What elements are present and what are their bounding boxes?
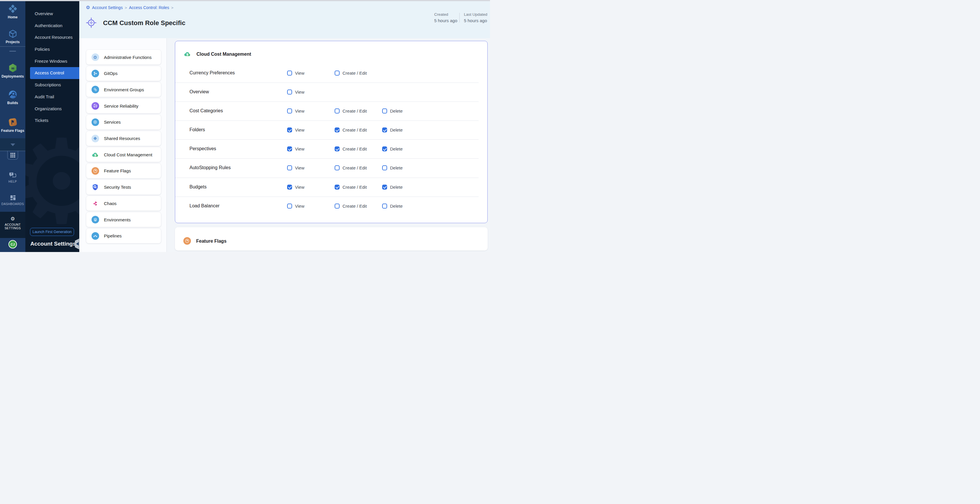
create_edit-checkbox[interactable] <box>335 128 340 132</box>
sidebar-menu: OverviewAuthenticationAccount ResourcesP… <box>25 8 79 127</box>
resource-category-panel: ⚙Administrative FunctionsGitOpsEnvironme… <box>79 38 167 252</box>
view-checkbox[interactable] <box>287 147 292 152</box>
create_edit-checkbox-label[interactable]: Create / Edit <box>342 128 367 132</box>
last-updated-meta: Last Updated 5 hours ago <box>464 11 487 24</box>
category-card-environments[interactable]: Environments <box>86 212 161 227</box>
permission-resource-name: Cost Categories <box>189 108 223 113</box>
view-checkbox[interactable] <box>287 185 292 190</box>
services-icon <box>92 118 99 126</box>
category-card-services[interactable]: Services <box>86 115 161 129</box>
view-checkbox[interactable] <box>287 204 292 209</box>
permission-cell-create_edit: Create / Edit <box>335 204 367 209</box>
rail-item-home[interactable]: Home <box>0 3 25 19</box>
delete-checkbox[interactable] <box>382 185 387 190</box>
sidebar-item-organizations[interactable]: Organizations <box>25 103 79 115</box>
category-card-environment-groups[interactable]: Environment Groups <box>86 82 161 97</box>
create_edit-checkbox[interactable] <box>335 185 340 190</box>
breadcrumb-separator: > <box>171 6 173 10</box>
view-checkbox-label[interactable]: View <box>295 108 304 113</box>
delete-checkbox-label[interactable]: Delete <box>390 185 402 190</box>
module-rail: Home Projects ∞ Deployments Builds Featu… <box>0 1 25 252</box>
view-checkbox-label[interactable]: View <box>295 70 304 75</box>
rail-item-builds[interactable]: Builds <box>0 89 25 105</box>
sidebar-item-tickets[interactable]: Tickets <box>25 115 79 127</box>
create_edit-checkbox-label[interactable]: Create / Edit <box>342 204 367 209</box>
permission-cell-create_edit: Create / Edit <box>335 128 367 132</box>
rail-item-feature-flags[interactable]: Feature Flags <box>0 117 25 133</box>
breadcrumb-gear-icon: ⚙ <box>86 5 90 10</box>
delete-checkbox-label[interactable]: Delete <box>390 108 402 113</box>
view-checkbox-label[interactable]: View <box>295 204 304 209</box>
view-checkbox-label[interactable]: View <box>295 147 304 152</box>
delete-checkbox-label[interactable]: Delete <box>390 128 402 132</box>
create_edit-checkbox[interactable] <box>335 147 340 152</box>
create_edit-checkbox[interactable] <box>335 204 340 209</box>
delete-checkbox[interactable] <box>382 108 387 113</box>
delete-checkbox[interactable] <box>382 147 387 152</box>
rail-item-projects[interactable]: Projects <box>0 29 25 44</box>
create_edit-checkbox-label[interactable]: Create / Edit <box>342 185 367 190</box>
permission-cell-delete: Delete <box>382 204 402 209</box>
category-card-gitops[interactable]: GitOps <box>86 66 161 81</box>
delete-checkbox[interactable] <box>382 204 387 209</box>
rail-item-help[interactable]: ? HELP <box>0 172 25 183</box>
created-meta: Created 5 hours ago <box>434 11 457 24</box>
view-checkbox-label[interactable]: View <box>295 165 304 170</box>
delete-checkbox[interactable] <box>382 165 387 170</box>
category-label: Environments <box>104 217 131 222</box>
category-card-shared-resources[interactable]: Shared Resources <box>86 131 161 146</box>
breadcrumb-account-settings[interactable]: Account Settings <box>92 5 123 10</box>
delete-checkbox-label[interactable]: Delete <box>390 147 402 152</box>
create_edit-checkbox[interactable] <box>335 108 340 113</box>
create_edit-checkbox-label[interactable]: Create / Edit <box>342 108 367 113</box>
category-card-security-tests[interactable]: Security Tests <box>86 180 161 195</box>
permission-resource-name: Currency Preferences <box>189 70 235 75</box>
rail-item-account-settings[interactable]: ⚙ ACCOUNT SETTINGS <box>0 212 25 238</box>
sidebar-item-access-control[interactable]: Access Control <box>30 67 79 79</box>
breadcrumb-separator: > <box>125 6 127 10</box>
sidebar-item-subscriptions[interactable]: Subscriptions <box>25 79 79 91</box>
sidebar-item-audit-trail[interactable]: Audit Trail <box>25 91 79 103</box>
create_edit-checkbox[interactable] <box>335 165 340 170</box>
rail-item-dashboards[interactable]: DASHBOARDS <box>0 195 25 206</box>
sidebar-item-authentication[interactable]: Authentication <box>25 20 79 32</box>
delete-checkbox-label[interactable]: Delete <box>390 165 402 170</box>
permission-row-folders: FoldersViewCreate / EditDelete <box>175 121 487 140</box>
view-checkbox-label[interactable]: View <box>295 185 304 190</box>
category-card-administrative-functions[interactable]: ⚙Administrative Functions <box>86 50 161 64</box>
view-checkbox-label[interactable]: View <box>295 89 304 94</box>
category-card-chaos[interactable]: Chaos <box>86 196 161 211</box>
sidebar-item-freeze-windows[interactable]: Freeze Windows <box>25 56 79 67</box>
view-checkbox[interactable] <box>287 70 292 75</box>
sidebar-collapse-arrow[interactable] <box>75 239 79 249</box>
page-title: CCM Custom Role Specific <box>103 19 185 27</box>
create_edit-checkbox-label[interactable]: Create / Edit <box>342 70 367 75</box>
view-checkbox-label[interactable]: View <box>295 128 304 132</box>
category-card-cloud-cost-management[interactable]: $Cloud Cost Management <box>86 147 161 162</box>
envgroups-icon <box>92 86 99 93</box>
rail-item-deployments[interactable]: ∞ Deployments <box>0 63 25 78</box>
create_edit-checkbox[interactable] <box>335 70 340 75</box>
module-list-collapse[interactable] <box>0 138 25 151</box>
sidebar-item-policies[interactable]: Policies <box>25 43 79 56</box>
delete-checkbox-label[interactable]: Delete <box>390 204 402 209</box>
pipelines-icon <box>92 232 99 240</box>
launch-first-generation-button[interactable]: Launch First Generation <box>30 228 74 236</box>
view-checkbox[interactable] <box>287 89 292 94</box>
view-checkbox[interactable] <box>287 165 292 170</box>
module-selector-button[interactable] <box>7 151 18 159</box>
user-avatar[interactable]: CJ <box>8 240 17 249</box>
view-checkbox[interactable] <box>287 128 292 132</box>
category-card-feature-flags[interactable]: Feature Flags <box>86 164 161 178</box>
environments-icon <box>92 216 99 223</box>
sidebar-item-account-resources[interactable]: Account Resources <box>25 32 79 43</box>
category-card-pipelines[interactable]: Pipelines <box>86 229 161 243</box>
create_edit-checkbox-label[interactable]: Create / Edit <box>342 147 367 152</box>
view-checkbox[interactable] <box>287 108 292 113</box>
breadcrumb-access-control-roles[interactable]: Access Control: Roles <box>129 5 169 10</box>
create_edit-checkbox-label[interactable]: Create / Edit <box>342 165 367 170</box>
delete-checkbox[interactable] <box>382 128 387 132</box>
breadcrumb: ⚙ Account Settings > Access Control: Rol… <box>86 5 173 10</box>
category-card-service-reliability[interactable]: Service Reliability <box>86 99 161 113</box>
sidebar-item-overview[interactable]: Overview <box>25 8 79 20</box>
